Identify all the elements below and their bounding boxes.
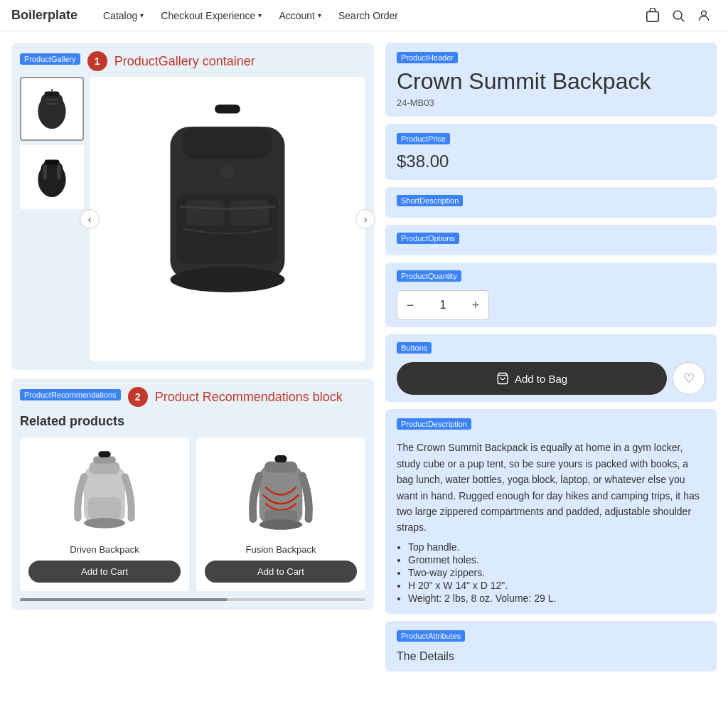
- thumbnail-2[interactable]: [20, 145, 84, 209]
- product-price: $38.00: [397, 152, 705, 171]
- svg-rect-33: [274, 455, 287, 462]
- recommendations-container: ProductRecommendations 2 Product Recomme…: [11, 378, 374, 610]
- list-item: Top handle.: [408, 541, 705, 553]
- heart-icon: ♡: [683, 371, 695, 386]
- scroll-track: [20, 598, 365, 601]
- short-description-section: ShortDescription: [385, 187, 717, 218]
- quantity-control: − 1 +: [397, 290, 489, 320]
- svg-rect-28: [98, 451, 110, 457]
- nav-item-checkout[interactable]: Checkout Experience ▾: [152, 0, 270, 31]
- svg-rect-7: [46, 99, 58, 101]
- svg-point-32: [259, 519, 303, 529]
- add-to-bag-button[interactable]: Add to Bag: [397, 362, 667, 395]
- product-quantity-section: ProductQuantity − 1 +: [385, 262, 717, 327]
- recommendations-section-label: ProductRecommendations: [20, 389, 121, 400]
- chevron-down-icon: ▾: [318, 11, 321, 19]
- product-description-text: The Crown Summit Backpack is equally at …: [397, 440, 705, 535]
- svg-point-27: [84, 518, 125, 528]
- list-item: H 20" x W 14" x D 12".: [408, 580, 705, 591]
- chevron-down-icon: ▾: [258, 11, 262, 19]
- list-item: Weight: 2 lbs, 8 oz. Volume: 29 L.: [408, 593, 705, 604]
- buttons-section-label: Buttons: [397, 342, 432, 354]
- buttons-section: Buttons Add to Bag ♡: [385, 334, 717, 402]
- navbar: Boilerplate Catalog ▾ Checkout Experienc…: [0, 0, 728, 31]
- gallery-container: ProductGallery 1 ProductGallery containe…: [11, 43, 374, 370]
- nav-item-account[interactable]: Account ▾: [270, 0, 330, 31]
- gallery-number-badge: 1: [87, 51, 107, 71]
- product-options-label: ProductOptions: [397, 233, 459, 244]
- nav-item-catalog[interactable]: Catalog ▾: [95, 0, 152, 31]
- list-item: Two-way zippers.: [408, 567, 705, 578]
- rec-number-badge: 2: [128, 387, 148, 407]
- cart-icon[interactable]: [640, 3, 665, 28]
- short-description-label: ShortDescription: [397, 195, 463, 206]
- product-price-label: ProductPrice: [397, 133, 450, 144]
- page-content: ProductGallery 1 ProductGallery containe…: [0, 31, 728, 690]
- nav-item-search-order[interactable]: Search Order: [330, 0, 407, 31]
- add-to-cart-button-1[interactable]: Add to Cart: [28, 561, 181, 583]
- chevron-down-icon: ▾: [140, 11, 144, 19]
- rec-container-title: Product Recommendations block: [155, 390, 343, 405]
- svg-point-1: [673, 11, 682, 19]
- search-icon[interactable]: [665, 3, 691, 28]
- svg-rect-13: [43, 165, 47, 180]
- related-item-2-name: Fusion Backpack: [246, 544, 316, 555]
- related-item-1-name: Driven Backpack: [70, 544, 139, 555]
- related-item-2: Fusion Backpack Add to Cart: [196, 437, 365, 591]
- svg-line-2: [681, 18, 685, 21]
- svg-rect-8: [46, 103, 58, 105]
- gallery-inner: ‹: [20, 77, 365, 361]
- gallery-container-title: ProductGallery container: [114, 54, 255, 69]
- product-attributes-section: ProductAttributes The Details: [385, 621, 717, 671]
- quantity-decrement-button[interactable]: −: [397, 291, 423, 319]
- related-item-1: Driven Backpack Add to Cart: [20, 437, 189, 591]
- product-attributes-label: ProductAttributes: [397, 630, 465, 642]
- related-products-grid: Driven Backpack Add to Cart: [20, 437, 365, 591]
- product-options-section: ProductOptions: [385, 225, 717, 255]
- user-icon[interactable]: [691, 3, 717, 28]
- svg-rect-6: [45, 92, 60, 97]
- related-products-title: Related products: [20, 414, 365, 429]
- svg-rect-30: [264, 462, 297, 473]
- product-quantity-label: ProductQuantity: [397, 270, 461, 282]
- svg-rect-20: [230, 200, 269, 225]
- add-to-cart-button-2[interactable]: Add to Cart: [205, 561, 357, 583]
- gallery-next-button[interactable]: ›: [355, 209, 375, 229]
- product-name: Crown Summit Backpack: [397, 68, 705, 95]
- svg-rect-26: [88, 497, 121, 519]
- product-header-label: ProductHeader: [397, 52, 458, 63]
- product-price-section: ProductPrice $38.00: [385, 124, 717, 180]
- gallery-section-label: ProductGallery: [20, 53, 80, 65]
- product-sku: 24-MB03: [397, 97, 705, 108]
- svg-rect-17: [183, 127, 272, 159]
- thumbnail-column: [20, 77, 84, 361]
- quantity-increment-button[interactable]: +: [463, 291, 488, 319]
- left-column: ProductGallery 1 ProductGallery containe…: [11, 43, 374, 679]
- list-item: Grommet holes.: [408, 554, 705, 566]
- brand-logo[interactable]: Boilerplate: [11, 8, 77, 23]
- wishlist-button[interactable]: ♡: [673, 362, 705, 395]
- main-image-area: ‹: [90, 77, 365, 361]
- product-description-list: Top handle. Grommet holes. Two-way zippe…: [408, 541, 705, 604]
- svg-rect-12: [45, 160, 60, 165]
- scroll-thumb[interactable]: [20, 598, 228, 601]
- buttons-row: Add to Bag ♡: [397, 362, 705, 395]
- product-description-label: ProductDescription: [397, 418, 471, 430]
- svg-point-22: [220, 164, 235, 179]
- svg-rect-19: [186, 200, 225, 225]
- svg-rect-0: [647, 11, 659, 21]
- product-header-section: ProductHeader Crown Summit Backpack 24-M…: [385, 43, 717, 117]
- product-description-section: ProductDescription The Crown Summit Back…: [385, 409, 717, 613]
- svg-rect-14: [57, 165, 61, 180]
- right-column: ProductHeader Crown Summit Backpack 24-M…: [385, 43, 717, 679]
- cart-icon: [496, 372, 509, 385]
- svg-rect-25: [93, 456, 116, 463]
- gallery-prev-button[interactable]: ‹: [80, 209, 100, 229]
- svg-point-21: [170, 267, 284, 292]
- svg-point-3: [702, 11, 707, 16]
- thumbnail-1[interactable]: [20, 77, 84, 141]
- svg-rect-15: [215, 105, 240, 114]
- product-attributes-title: The Details: [397, 650, 705, 663]
- quantity-value: 1: [423, 299, 463, 312]
